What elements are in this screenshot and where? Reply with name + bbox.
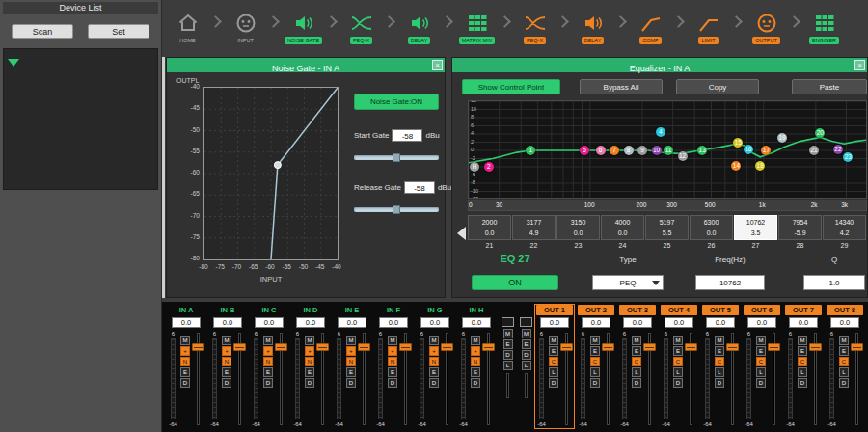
channel-btn-D[interactable]: D <box>673 378 683 388</box>
channel-btn-+[interactable]: + <box>388 346 397 356</box>
channel-btn-C[interactable]: C <box>673 357 683 366</box>
noise-gate-on-button[interactable]: Noise Gate:ON <box>354 94 439 110</box>
channel-btn-N[interactable]: N <box>263 357 273 366</box>
start-gate-slider[interactable] <box>354 153 439 162</box>
channel-strip-in-f[interactable]: IN F0.06-64M+NED <box>374 305 413 428</box>
channel-fader[interactable] <box>274 330 288 428</box>
set-button[interactable]: Set <box>88 24 149 39</box>
channel-btn-E[interactable]: E <box>632 346 641 356</box>
channel-btn-M[interactable]: M <box>632 336 641 345</box>
eq-band-23[interactable]: 31500.023 <box>556 215 600 252</box>
master-btn-M[interactable]: M <box>522 329 531 338</box>
channel-fader[interactable] <box>315 330 330 428</box>
slider-thumb[interactable] <box>393 205 400 214</box>
channel-strip-out-4[interactable]: OUT 40.06-64MECLD <box>660 305 698 428</box>
eq-control-point-8[interactable]: 8 <box>624 146 634 155</box>
channel-btn-D[interactable]: D <box>549 378 558 388</box>
eq-control-point-16[interactable]: 16 <box>744 145 753 154</box>
eq-control-point-4[interactable]: 4 <box>656 127 665 137</box>
release-gate-slider[interactable] <box>354 205 439 214</box>
channel-btn-C[interactable]: C <box>839 357 849 366</box>
chain-item-3-peq-x[interactable]: PEQ-X <box>339 12 384 44</box>
master-strip-1[interactable]: MEDL <box>501 317 515 398</box>
chain-item-0-home[interactable]: HOME <box>165 12 210 44</box>
chain-item-7-delay[interactable]: DELAY <box>570 12 615 44</box>
channel-gain-value[interactable]: 0.0 <box>665 317 693 328</box>
channel-btn-L[interactable]: L <box>798 367 807 377</box>
channel-btn-+[interactable]: + <box>346 346 356 356</box>
eq-band-29[interactable]: 143404.229 <box>823 215 866 252</box>
fader-handle[interactable] <box>399 343 412 351</box>
channel-btn-M[interactable]: M <box>756 336 766 345</box>
fader-handle[interactable] <box>560 343 573 351</box>
channel-btn-M[interactable]: M <box>673 336 683 345</box>
channel-fader[interactable] <box>767 330 781 428</box>
channel-gain-value[interactable]: 0.0 <box>420 317 449 328</box>
channel-btn-E[interactable]: E <box>388 367 397 377</box>
channel-btn-+[interactable]: + <box>222 346 231 356</box>
master-btn-M[interactable]: M <box>503 329 513 338</box>
channel-strip-out-5[interactable]: OUT 50.06-64MECLD <box>701 305 740 428</box>
channel-btn-M[interactable]: M <box>180 336 190 345</box>
channel-btn-L[interactable]: L <box>839 367 849 377</box>
channel-btn-M[interactable]: M <box>471 336 480 345</box>
start-gate-value[interactable]: -58 <box>392 129 422 142</box>
channel-btn-N[interactable]: N <box>180 357 190 366</box>
channel-gain-value[interactable]: 0.0 <box>172 317 201 328</box>
eq-control-point-15[interactable]: 15 <box>733 138 743 148</box>
master-btn-D[interactable]: D <box>503 350 513 360</box>
panel-splitter[interactable] <box>162 57 165 298</box>
channel-fader[interactable] <box>725 330 740 428</box>
eq-response-graph[interactable]: 121086420-2-4-6-8-10-12 H215678910411121… <box>468 100 867 199</box>
channel-btn-+[interactable]: + <box>263 346 273 356</box>
bypass-all-button[interactable]: Bypass All <box>580 79 663 94</box>
channel-btn-L[interactable]: L <box>715 367 724 377</box>
channel-strip-out-1[interactable]: OUT 10.06-64MECLD <box>535 305 574 428</box>
channel-btn-+[interactable]: + <box>305 346 314 356</box>
master-btn-E[interactable]: E <box>522 339 531 349</box>
master-fader[interactable] <box>525 373 528 398</box>
channel-btn-C[interactable]: C <box>549 357 558 366</box>
channel-btn-D[interactable]: D <box>429 378 439 388</box>
release-gate-value[interactable]: -58 <box>404 181 435 194</box>
type-dropdown[interactable]: PEQ <box>592 275 664 290</box>
channel-btn-E[interactable]: E <box>346 367 356 377</box>
channel-gain-value[interactable]: 0.0 <box>830 317 859 328</box>
eq-band-21[interactable]: 20000.021 <box>468 215 511 252</box>
noise-gate-titlebar[interactable]: Noise Gate - IN A × <box>167 58 445 72</box>
eq-control-point-11[interactable]: 11 <box>664 146 673 155</box>
channel-btn-M[interactable]: M <box>429 336 439 345</box>
channel-btn-L[interactable]: L <box>673 367 683 377</box>
master-strip-2[interactable]: MEDL <box>519 317 533 398</box>
chain-item-1-input[interactable]: INPUT <box>223 12 268 44</box>
fader-handle[interactable] <box>685 343 697 351</box>
channel-btn-N[interactable]: N <box>305 357 314 366</box>
channel-btn-E[interactable]: E <box>305 367 314 377</box>
channel-strip-out-8[interactable]: OUT 80.06-64MECLD <box>826 305 864 428</box>
channel-btn-E[interactable]: E <box>180 367 190 377</box>
channel-gain-value[interactable]: 0.0 <box>540 317 569 328</box>
channel-btn-M[interactable]: M <box>305 336 314 345</box>
paste-button[interactable]: Paste <box>792 79 867 94</box>
device-tree[interactable] <box>3 48 158 190</box>
channel-btn-D[interactable]: D <box>715 378 724 388</box>
fader-handle[interactable] <box>726 343 739 351</box>
channel-btn-D[interactable]: D <box>471 378 480 388</box>
channel-btn-C[interactable]: C <box>632 357 641 366</box>
channel-fader[interactable] <box>357 330 371 428</box>
chain-item-2-noise-gate[interactable]: NOISE GATE <box>281 12 326 44</box>
copy-button[interactable]: Copy <box>676 79 759 94</box>
channel-btn-D[interactable]: D <box>590 378 600 388</box>
close-icon[interactable]: × <box>432 60 443 70</box>
channel-btn-L[interactable]: L <box>632 367 641 377</box>
master-btn-L[interactable]: L <box>503 361 513 370</box>
channel-fader[interactable] <box>808 330 823 428</box>
channel-btn-+[interactable]: + <box>429 346 439 356</box>
channel-gain-value[interactable]: 0.0 <box>296 317 325 328</box>
channel-gain-value[interactable]: 0.0 <box>747 317 776 328</box>
channel-fader[interactable] <box>850 330 864 428</box>
channel-btn-D[interactable]: D <box>632 378 641 388</box>
fader-handle[interactable] <box>358 343 370 351</box>
channel-fader[interactable] <box>191 330 205 428</box>
channel-btn-D[interactable]: D <box>180 378 190 388</box>
